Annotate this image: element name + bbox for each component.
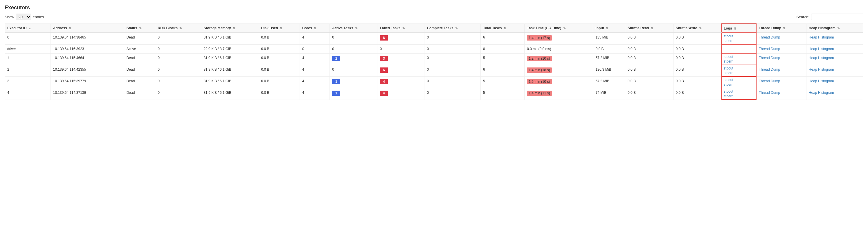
cell-input: 0.0 B	[593, 44, 625, 53]
log-link-stdout[interactable]: stdout	[724, 55, 754, 59]
cell-active-tasks: 2	[330, 53, 377, 65]
col-header-rdd-blocks[interactable]: RDD Blocks ⇅	[155, 24, 201, 33]
cell-shuffle-write: 0.0 B	[673, 53, 722, 65]
col-header-status[interactable]: Status ⇅	[124, 24, 155, 33]
col-header-shuffle-write[interactable]: Shuffle Write ⇅	[673, 24, 722, 33]
col-header-heap-histogram[interactable]: Heap Histogram ⇅	[806, 24, 863, 33]
cell-active-tasks: 0	[330, 44, 377, 53]
thread-dump-link[interactable]: Thread Dump	[759, 35, 780, 39]
log-link-stdout[interactable]: stdout	[724, 66, 754, 70]
col-header-complete-tasks[interactable]: Complete Tasks ⇅	[425, 24, 481, 33]
sort-icon-tasktime: ⇅	[563, 27, 565, 30]
cell-task-time: 1.2 min (10 s)	[525, 53, 593, 65]
heap-histogram-link[interactable]: Heap Histogram	[809, 35, 834, 39]
thread-dump-link[interactable]: Thread Dump	[759, 79, 780, 83]
sort-icon-logs: ⇅	[734, 27, 736, 30]
cell-cores: 4	[300, 33, 330, 44]
search-input[interactable]	[811, 13, 863, 20]
cell-failed-tasks: 0	[377, 44, 425, 53]
cell-heap-histogram: Heap Histogram	[806, 44, 863, 53]
heap-histogram-link[interactable]: Heap Histogram	[809, 68, 834, 72]
col-header-executor-id[interactable]: Executor ID ▲	[5, 24, 51, 33]
failed-tasks-badge: 6	[380, 35, 388, 41]
cell-logs: stdoutstderr	[722, 53, 756, 65]
cell-failed-tasks: 4	[377, 76, 425, 88]
cell-task-time: 1.4 min (18 s)	[525, 65, 593, 76]
page-title: Executors	[5, 5, 863, 11]
failed-tasks-badge: 4	[380, 90, 388, 96]
col-header-cores[interactable]: Cores ⇅	[300, 24, 330, 33]
show-label: Show	[5, 15, 14, 19]
log-link-stdout[interactable]: stdout	[724, 89, 754, 93]
cell-task-time: 1.4 min (11 s)	[525, 88, 593, 100]
cell-address: 10.139.64.114:42355	[51, 65, 124, 76]
cell-input: 67.2 MiB	[593, 76, 625, 88]
col-header-failed-tasks[interactable]: Failed Tasks ⇅	[377, 24, 425, 33]
table-header-row: Executor ID ▲ Address ⇅ Status ⇅ RDD Blo…	[5, 24, 863, 33]
log-link-stderr[interactable]: stderr	[724, 82, 754, 86]
active-tasks-badge: 1	[332, 79, 340, 84]
col-header-disk-used[interactable]: Disk Used ⇅	[259, 24, 300, 33]
cell-storage: 81.9 KiB / 6.1 GiB	[201, 33, 259, 44]
cell-shuffle-read: 0.0 B	[625, 76, 674, 88]
cell-total-tasks: 5	[481, 53, 525, 65]
cell-logs: stdoutstderr	[722, 65, 756, 76]
cell-cores: 4	[300, 65, 330, 76]
log-link-stderr[interactable]: stderr	[724, 59, 754, 64]
executors-table: Executor ID ▲ Address ⇅ Status ⇅ RDD Blo…	[5, 24, 863, 100]
col-header-storage-memory[interactable]: Storage Memory ⇅	[201, 24, 259, 33]
heap-histogram-link[interactable]: Heap Histogram	[809, 47, 834, 51]
cell-input: 67.2 MiB	[593, 53, 625, 65]
cell-status: Dead	[124, 53, 155, 65]
log-link-stderr[interactable]: stderr	[724, 71, 754, 75]
cell-total-tasks: 5	[481, 88, 525, 100]
cell-complete-tasks: 0	[425, 76, 481, 88]
cell-thread-dump: Thread Dump	[756, 33, 806, 44]
col-header-logs[interactable]: Logs ⇅	[722, 24, 756, 33]
col-header-input[interactable]: Input ⇅	[593, 24, 625, 33]
col-header-task-time[interactable]: Task Time (GC Time) ⇅	[525, 24, 593, 33]
sort-icon-executor-id: ▲	[28, 27, 31, 30]
cell-task-time: 1.4 min (17 s)	[525, 33, 593, 44]
cell-storage: 22.9 KiB / 8.7 GiB	[201, 44, 259, 53]
log-link-stdout[interactable]: stdout	[724, 78, 754, 82]
col-header-thread-dump[interactable]: Thread Dump ⇅	[756, 24, 806, 33]
heap-histogram-link[interactable]: Heap Histogram	[809, 79, 834, 83]
cell-active-tasks: 0	[330, 33, 377, 44]
sort-icon-address: ⇅	[69, 27, 71, 30]
cell-active-tasks: 1	[330, 76, 377, 88]
col-header-address[interactable]: Address ⇅	[51, 24, 124, 33]
cell-storage: 81.9 KiB / 6.1 GiB	[201, 76, 259, 88]
log-link-stdout[interactable]: stdout	[724, 34, 754, 38]
sort-icon-storage: ⇅	[233, 27, 235, 30]
heap-histogram-link[interactable]: Heap Histogram	[809, 56, 834, 60]
col-header-total-tasks[interactable]: Total Tasks ⇅	[481, 24, 525, 33]
heap-histogram-link[interactable]: Heap Histogram	[809, 90, 834, 95]
cell-disk: 0.0 B	[259, 33, 300, 44]
cell-heap-histogram: Heap Histogram	[806, 33, 863, 44]
col-header-shuffle-read[interactable]: Shuffle Read ⇅	[625, 24, 674, 33]
cell-cores: 4	[300, 53, 330, 65]
col-header-active-tasks[interactable]: Active Tasks ⇅	[330, 24, 377, 33]
log-link-stderr[interactable]: stderr	[724, 94, 754, 98]
thread-dump-link[interactable]: Thread Dump	[759, 68, 780, 72]
thread-dump-link[interactable]: Thread Dump	[759, 56, 780, 60]
cell-cores: 4	[300, 76, 330, 88]
failed-tasks-badge: 3	[380, 56, 388, 61]
cell-rdd: 0	[155, 53, 201, 65]
cell-thread-dump: Thread Dump	[756, 65, 806, 76]
entries-select[interactable]: 10 20 50 100	[16, 13, 31, 20]
cell-rdd: 0	[155, 44, 201, 53]
cell-address: 10.139.64.114:37139	[51, 88, 124, 100]
thread-dump-link[interactable]: Thread Dump	[759, 90, 780, 95]
cell-shuffle-read: 0.0 B	[625, 65, 674, 76]
log-link-stderr[interactable]: stderr	[724, 39, 754, 43]
show-entries-control: Show 10 20 50 100 entries	[5, 13, 44, 20]
task-time-badge: 1.4 min (11 s)	[527, 90, 552, 96]
cell-active-tasks: 0	[330, 65, 377, 76]
cell-status: Dead	[124, 88, 155, 100]
sort-icon-cores: ⇅	[314, 27, 316, 30]
thread-dump-link[interactable]: Thread Dump	[759, 47, 780, 51]
cell-address: 10.139.64.115:39779	[51, 76, 124, 88]
cell-disk: 0.0 B	[259, 76, 300, 88]
